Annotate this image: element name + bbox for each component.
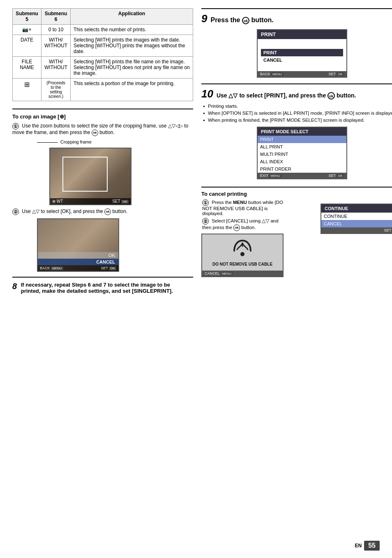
crop-section: To crop an image [⊕] ① Use the zoom butt… [12, 109, 193, 272]
table-cell-sub5: ⊞ [13, 79, 42, 101]
table-row: FILE NAME WITH/WITHOUT Selecting [WITH] … [13, 57, 193, 79]
print-mode-screen: PRINT MODE SELECT PRINT ALL PRINT MULTI … [257, 127, 347, 179]
right-column: 9 Press the ok button. PRINT PRINT CANCE… [201, 8, 392, 294]
print-mode-row-multiprint: MULTI PRINT [258, 150, 346, 158]
table-row: DATE WITH/WITHOUT Selecting [WITH] print… [13, 35, 193, 57]
crop-step1-text: ① Use the zoom buttons to select the siz… [12, 123, 193, 136]
settings-table: Submenu 5 Submenu 6 Application 📷× 0 to … [12, 8, 193, 101]
svg-point-0 [240, 252, 244, 256]
table-cell-sub6: WITH/WITHOUT [42, 35, 71, 57]
cancel-section-layout: ① Press the MENU button while [DO NOT RE… [201, 199, 392, 280]
print-screen-bar: BACK MENU SET OK [258, 71, 346, 77]
page-layout: Submenu 5 Submenu 6 Application 📷× 0 to … [12, 8, 380, 294]
print-mode-row-printorder: PRINT ORDER [258, 165, 346, 173]
crop-frame [62, 157, 108, 192]
camera-screen-1: ⊕ WT SET OK [49, 148, 131, 205]
ok-row: OK [38, 252, 118, 259]
usb-bar: CANCEL MENU [202, 271, 283, 276]
print-back-label: BACK MENU [260, 72, 284, 76]
page-number-box: 55 [364, 541, 380, 551]
print-mode-row-allindex: ALL INDEX [258, 158, 346, 165]
cancel-step-1: ① Press the MENU button while [DO NOT RE… [201, 199, 284, 216]
usb-screen-body: DO NOT REMOVE USB CABLE [202, 234, 283, 271]
screen-bar-left: ⊕ WT [52, 199, 63, 204]
usb-screen: DO NOT REMOVE USB CABLE CANCEL MENU [201, 234, 284, 277]
step10-line: 10 Use △▽ to select [PRINT], and press t… [201, 88, 392, 100]
print-mode-bar: EXIT MENU SET OK [258, 173, 346, 178]
cont-cancel-screen: CONTINUE CONTINUE CANCEL SET OK [321, 204, 392, 234]
table-cell-sub6: WITH/WITHOUT [42, 57, 71, 79]
cancel-steps: ① Press the MENU button while [DO NOT RE… [201, 199, 284, 231]
step9-title: Press the ok button. [210, 16, 273, 24]
step-number-2: ② [12, 208, 19, 215]
back-label: BACK MENU [40, 266, 63, 270]
step-num-cancel-2: ② [202, 218, 209, 225]
ok-circle-icon-10: ok [327, 92, 335, 100]
print-screen-title: PRINT [258, 30, 346, 39]
en-label: EN [355, 543, 362, 549]
print-row-print: PRINT [261, 49, 343, 56]
cropping-frame-label: Cropping frame [37, 139, 193, 144]
cancel-left: ① Press the MENU button while [DO NOT RE… [201, 199, 284, 280]
step10-header: 10 Use △▽ to select [PRINT], and press t… [201, 83, 392, 100]
cont-cancel-bar: SET OK [321, 227, 392, 233]
usb-icon [232, 238, 253, 260]
screen-bar-right: SET OK [112, 199, 129, 204]
table-cell-app: Selecting [WITH] prints the images with … [71, 35, 193, 57]
ok-cancel-overlay: OK CANCEL BACK MENU SET OK [38, 219, 118, 271]
step10-text: Use △▽ to select [PRINT], and press the … [217, 92, 356, 100]
cancel-print-section: To cancel printing ① Press the MENU butt… [201, 187, 392, 280]
table-cell-app: Selecting [WITH] prints the file name on… [71, 57, 193, 79]
table-cell-sub5: DATE [13, 35, 42, 57]
cont-cancel-set: SET OK [384, 228, 392, 232]
ok-btn-cancel: ok [233, 225, 240, 231]
arrow-line [37, 142, 58, 143]
step8-number: 8 [12, 282, 17, 291]
table-header-sub5: Submenu 5 [13, 9, 42, 25]
camera-screen-bar: ⊕ WT SET OK [50, 198, 131, 204]
cancel-menu-label: CANCEL MENU [205, 271, 233, 276]
ok-circle-icon: ok [242, 17, 249, 24]
step-num-cancel-1: ① [202, 199, 209, 206]
print-set-label: SET OK [329, 72, 344, 76]
print-mode-set: SET OK [329, 174, 344, 178]
step9-header: 9 Press the ok button. [201, 8, 392, 25]
cancel-step-2: ② Select [CANCEL] using △▽ and then pres… [201, 218, 284, 231]
print-mode-row-allprint: ALL PRINT [258, 143, 346, 150]
cont-cancel-row-continue: CONTINUE [321, 213, 392, 220]
table-cell-app: This selects a portion of the image for … [71, 79, 193, 101]
print-row-cancel: CANCEL [261, 56, 343, 64]
page-footer: EN 55 [355, 541, 380, 551]
bullet-item-3: When printing is finished, the [PRINT MO… [203, 118, 392, 123]
table-header-app: Application [71, 9, 193, 25]
print-mode-row-print: PRINT [258, 136, 346, 143]
cancel-row: CANCEL [38, 259, 118, 265]
table-cell-app: This selects the number of prints. [71, 25, 193, 35]
crop-title: To crop an image [⊕] [12, 113, 193, 120]
left-column: Submenu 5 Submenu 6 Application 📷× 0 to … [12, 8, 193, 294]
print-screen-body: PRINT CANCEL [258, 39, 346, 71]
step10-bullets: Printing starts. When [OPTION SET] is se… [201, 104, 392, 123]
cont-cancel-row-cancel: CANCEL [321, 220, 392, 227]
table-cell-sub5: 📷× [13, 25, 42, 35]
step8-section: 8 If necessary, repeat Steps 6 and 7 to … [12, 277, 193, 294]
ok-button-icon-2: ok [104, 208, 111, 215]
crop-step2-text: ② Use △▽ to select [OK], and press the o… [12, 208, 193, 215]
print-screen: PRINT PRINT CANCEL BACK MENU SET OK [257, 29, 347, 78]
cont-cancel-title: CONTINUE [321, 204, 392, 213]
table-row: 📷× 0 to 10 This selects the number of pr… [13, 25, 193, 35]
bullet-item-2: When [OPTION SET] is selected in [ALL PR… [203, 111, 392, 116]
ok-button-icon: ok [92, 130, 98, 136]
bullet-item-1: Printing starts. [203, 104, 392, 109]
usb-text: DO NOT REMOVE USB CABLE [212, 262, 272, 266]
table-header-sub6: Submenu 6 [42, 9, 71, 25]
step10-number: 10 [201, 88, 213, 100]
print-mode-title: PRINT MODE SELECT [258, 127, 346, 136]
table-row: ⊞ (Proceeds to the setting screen.) This… [13, 79, 193, 101]
step8-text: If necessary, repeat Steps 6 and 7 to se… [21, 282, 177, 294]
back-set-bar: BACK MENU SET OK [38, 265, 118, 271]
cancel-print-title: To cancel printing [201, 191, 392, 197]
ok-cancel-screen: OK CANCEL BACK MENU SET OK [37, 218, 119, 272]
table-cell-sub6: 0 to 10 [42, 25, 71, 35]
step-number-1: ① [12, 123, 19, 130]
